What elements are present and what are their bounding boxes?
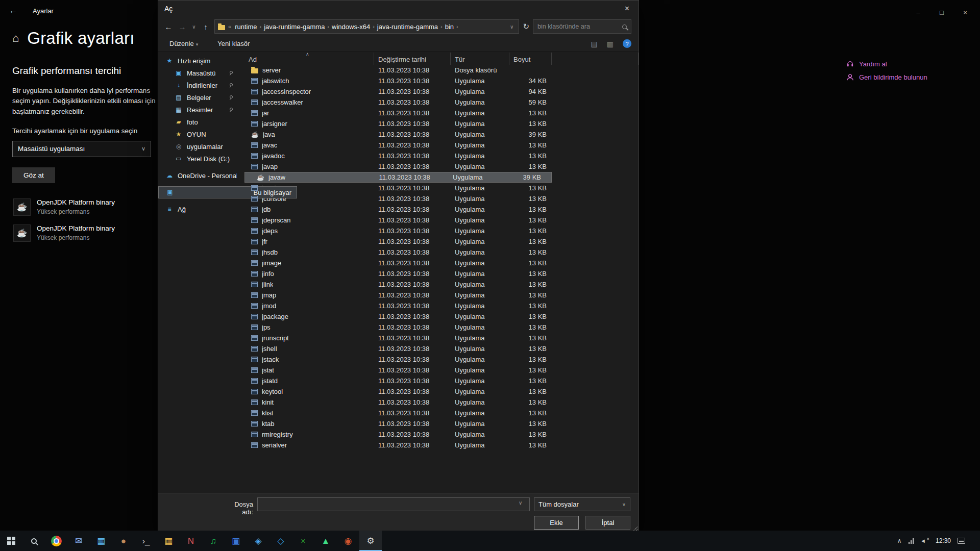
file-row-jstatd[interactable]: jstatd11.03.2023 10:38Uygulama13 KB bbox=[244, 375, 552, 386]
view-details-icon[interactable]: ▤ bbox=[591, 40, 598, 48]
taskbar-app-icon[interactable]: ◉ bbox=[337, 531, 359, 551]
file-row-jhsdb[interactable]: jhsdb11.03.2023 10:38Uygulama13 KB bbox=[244, 247, 552, 258]
file-row-server[interactable]: server11.03.2023 10:38Dosya klasörü bbox=[244, 65, 552, 76]
file-name-input[interactable] bbox=[257, 497, 530, 511]
app-type-dropdown[interactable]: Masaüstü uygulaması ∨ bbox=[12, 141, 151, 157]
file-row-javaw[interactable]: ☕javaw11.03.2023 10:38Uygulama39 KB bbox=[244, 172, 552, 183]
taskbar-calendar-icon[interactable]: ▦ bbox=[157, 531, 180, 551]
tray-chevron-up-icon[interactable]: ∧ bbox=[897, 537, 902, 544]
file-row-jstack[interactable]: jstack11.03.2023 10:38Uygulama13 KB bbox=[244, 354, 552, 365]
file-row-jaccesswalker[interactable]: jaccesswalker11.03.2023 10:38Uygulama59 … bbox=[244, 97, 552, 108]
breadcrumb-overflow[interactable]: « bbox=[228, 23, 231, 30]
cancel-button[interactable]: İptal bbox=[585, 516, 630, 530]
nav-up-icon[interactable]: ↑ bbox=[201, 22, 211, 31]
nav-history-chevron-icon[interactable]: ∨ bbox=[191, 24, 197, 30]
file-row-jstat[interactable]: jstat11.03.2023 10:38Uygulama13 KB bbox=[244, 365, 552, 375]
clock[interactable]: 12:30 bbox=[936, 537, 951, 544]
file-row-jinfo[interactable]: jinfo11.03.2023 10:38Uygulama13 KB bbox=[244, 268, 552, 279]
taskbar-app-icon[interactable]: ▲ bbox=[314, 531, 337, 551]
file-row-jlink[interactable]: jlink11.03.2023 10:38Uygulama13 KB bbox=[244, 279, 552, 290]
address-dropdown-chevron-icon[interactable]: ∨ bbox=[508, 24, 516, 30]
file-type-dropdown[interactable]: Tüm dosyalar ∨ bbox=[534, 497, 630, 511]
new-folder-button[interactable]: Yeni klasör bbox=[217, 40, 250, 47]
file-row-rmiregistry[interactable]: rmiregistry11.03.2023 10:38Uygulama13 KB bbox=[244, 429, 552, 440]
file-row-jaccessinspector[interactable]: jaccessinspector11.03.2023 10:38Uygulama… bbox=[244, 86, 552, 97]
refresh-icon[interactable]: ↻ bbox=[523, 22, 529, 31]
search-icon[interactable] bbox=[622, 24, 627, 29]
taskbar-notepad-icon[interactable]: N bbox=[180, 531, 202, 551]
taskbar-app-icon[interactable]: ▣ bbox=[225, 531, 247, 551]
file-row-jabswitch[interactable]: jabswitch11.03.2023 10:38Uygulama34 KB bbox=[244, 76, 552, 86]
dialog-titlebar[interactable]: Aç × bbox=[158, 1, 639, 17]
file-row-javadoc[interactable]: javadoc11.03.2023 10:38Uygulama13 KB bbox=[244, 151, 552, 161]
help-icon[interactable]: ? bbox=[623, 39, 631, 48]
file-row-jdeps[interactable]: jdeps11.03.2023 10:38Uygulama13 KB bbox=[244, 226, 552, 236]
file-row-ktab[interactable]: ktab11.03.2023 10:38Uygulama13 KB bbox=[244, 418, 552, 429]
column-header-type[interactable]: Tür bbox=[451, 53, 509, 65]
get-help-link[interactable]: Yardım al bbox=[846, 57, 927, 70]
file-row-keytool[interactable]: keytool11.03.2023 10:38Uygulama13 KB bbox=[244, 386, 552, 397]
sidebar-item-drive[interactable]: ▭Yerel Disk (G:) bbox=[158, 153, 237, 165]
file-row-serialver[interactable]: serialver11.03.2023 10:38Uygulama13 KB bbox=[244, 440, 552, 450]
file-row-javap[interactable]: javap11.03.2023 10:38Uygulama13 KB bbox=[244, 161, 552, 172]
sidebar-item-pictures[interactable]: ▦Resimler bbox=[158, 104, 237, 116]
file-row-kinit[interactable]: kinit11.03.2023 10:38Uygulama13 KB bbox=[244, 397, 552, 408]
taskbar-photos-icon[interactable]: ▦ bbox=[90, 531, 112, 551]
address-bar[interactable]: « runtime›java-runtime-gamma›windows-x64… bbox=[214, 19, 519, 34]
notification-center-icon[interactable] bbox=[958, 538, 965, 544]
nav-back-icon[interactable]: ← bbox=[163, 22, 174, 31]
view-preview-icon[interactable]: ▥ bbox=[607, 40, 614, 48]
file-row-jpackage[interactable]: jpackage11.03.2023 10:38Uygulama13 KB bbox=[244, 311, 552, 322]
taskbar-start-icon[interactable] bbox=[0, 531, 22, 551]
breadcrumb-item-java-runtime-gamma[interactable]: java-runtime-gamma bbox=[375, 23, 440, 31]
file-row-jar[interactable]: jar11.03.2023 10:38Uygulama13 KB bbox=[244, 108, 552, 118]
taskbar-settings-icon[interactable]: ⚙ bbox=[359, 531, 382, 551]
breadcrumb-item-runtime[interactable]: runtime bbox=[232, 23, 259, 31]
breadcrumb-separator-icon[interactable]: › bbox=[456, 23, 458, 30]
sidebar-item-downloads[interactable]: ↓İndirilenler bbox=[158, 79, 237, 91]
taskbar-music-icon[interactable]: ♫ bbox=[202, 531, 225, 551]
file-row-jrunscript[interactable]: jrunscript11.03.2023 10:38Uygulama13 KB bbox=[244, 333, 552, 343]
taskbar-code-icon[interactable]: ◇ bbox=[270, 531, 292, 551]
file-row-jarsigner[interactable]: jarsigner11.03.2023 10:38Uygulama13 KB bbox=[244, 118, 552, 129]
sidebar-item-star[interactable]: ★OYUN bbox=[158, 128, 237, 140]
close-button[interactable]: × bbox=[953, 5, 977, 19]
dialog-close-icon[interactable]: × bbox=[616, 1, 639, 16]
network-icon[interactable] bbox=[909, 538, 914, 544]
search-input[interactable] bbox=[537, 23, 619, 30]
file-row-javac[interactable]: javac11.03.2023 10:38Uygulama13 KB bbox=[244, 140, 552, 151]
taskbar-terminal-icon[interactable]: ›_ bbox=[135, 531, 157, 551]
volume-muted-icon[interactable]: ◄ bbox=[920, 538, 929, 544]
give-feedback-link[interactable]: Geri bildirimde bulunun bbox=[846, 70, 927, 84]
file-row-jps[interactable]: jps11.03.2023 10:38Uygulama13 KB bbox=[244, 322, 552, 333]
file-row-java[interactable]: ☕java11.03.2023 10:38Uygulama39 KB bbox=[244, 129, 552, 140]
column-header-size[interactable]: Boyut bbox=[509, 53, 552, 65]
taskbar-mail-icon[interactable]: ✉ bbox=[67, 531, 90, 551]
back-arrow-icon[interactable]: ← bbox=[9, 6, 17, 15]
file-row-jdeprscan[interactable]: jdeprscan11.03.2023 10:38Uygulama13 KB bbox=[244, 215, 552, 226]
file-row-jdb[interactable]: jdb11.03.2023 10:38Uygulama13 KB bbox=[244, 204, 552, 215]
sidebar-item-onedrive-cloud[interactable]: ☁OneDrive - Personal bbox=[158, 169, 237, 182]
minimize-button[interactable]: – bbox=[906, 5, 930, 19]
taskbar-xbox-icon[interactable]: × bbox=[292, 531, 314, 551]
app-preference-item[interactable]: ☕OpenJDK Platform binaryYüksek performan… bbox=[12, 194, 158, 220]
app-preference-item[interactable]: ☕OpenJDK Platform binaryYüksek performan… bbox=[12, 220, 158, 246]
maximize-button[interactable]: □ bbox=[930, 5, 953, 19]
column-header-name[interactable]: Ad ∧ bbox=[244, 53, 374, 65]
taskbar-defender-icon[interactable]: ◈ bbox=[247, 531, 270, 551]
search-box[interactable] bbox=[533, 19, 631, 34]
taskbar-search-icon[interactable] bbox=[22, 531, 45, 551]
taskbar-chrome-icon[interactable] bbox=[45, 531, 67, 551]
file-row-jfr[interactable]: jfr11.03.2023 10:38Uygulama13 KB bbox=[244, 236, 552, 247]
column-header-date[interactable]: Değiştirme tarihi bbox=[374, 53, 451, 65]
breadcrumb-item-java-runtime-gamma[interactable]: java-runtime-gamma bbox=[261, 23, 327, 31]
nav-forward-icon[interactable]: → bbox=[177, 22, 187, 31]
file-row-jmod[interactable]: jmod11.03.2023 10:38Uygulama13 KB bbox=[244, 300, 552, 311]
taskbar-app-icon[interactable]: ● bbox=[112, 531, 135, 551]
open-button[interactable]: Ekle bbox=[534, 516, 579, 530]
file-row-jmap[interactable]: jmap11.03.2023 10:38Uygulama13 KB bbox=[244, 290, 552, 300]
sidebar-item-quick-access-star[interactable]: ★Hızlı erişim bbox=[158, 55, 237, 67]
sidebar-item-this-pc[interactable]: ▣Bu bilgisayar bbox=[158, 186, 297, 198]
sidebar-item-desktop[interactable]: ▣Masaüstü bbox=[158, 67, 237, 79]
sidebar-item-folder-generic[interactable]: ◎uygulamalar bbox=[158, 140, 237, 153]
